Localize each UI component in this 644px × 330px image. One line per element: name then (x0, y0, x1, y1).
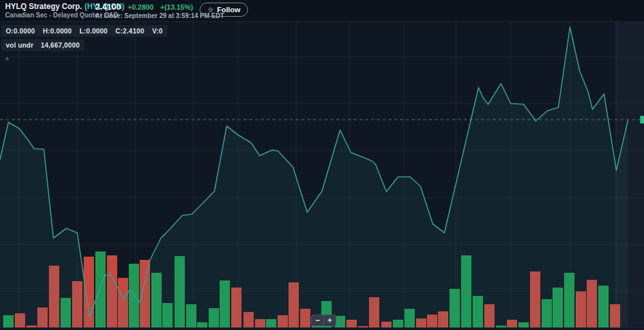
price-change-percent: +(13.15%) (160, 3, 193, 11)
follow-button[interactable]: ☆ Follow (200, 3, 248, 17)
price-change: +0.2800 (128, 3, 153, 11)
follow-label: Follow (217, 6, 240, 14)
chart-canvas[interactable] (0, 0, 644, 330)
chart-zoom-control: − + (311, 315, 336, 326)
star-icon: ☆ (207, 6, 214, 14)
quote-header: HYLQ Strategy Corp.(HYLQ.CN) Canadian Se… (0, 0, 644, 22)
vol-undr-label: vol undr (6, 41, 33, 49)
ohlc-high: H:0.0000 (43, 27, 72, 35)
ohlc-close: C:2.4100 (115, 27, 144, 35)
company-name: HYLQ Strategy Corp. (5, 2, 82, 11)
price-area-fill (0, 27, 628, 327)
ohlc-open: O:0.0000 (6, 27, 35, 35)
vol-undr-value: 14,667,0000 (41, 41, 80, 49)
zoom-out-button[interactable]: − (312, 315, 323, 325)
volume-underlay-row: vol undr 14,667,0000 (1, 39, 84, 51)
trading-chart-window: HYLQ Strategy Corp.(HYLQ.CN) Canadian Se… (0, 0, 644, 330)
ohlc-volume: V:0 (152, 27, 162, 35)
last-price-marker (640, 116, 644, 124)
last-price: 2.4100 (95, 2, 121, 12)
zoom-in-button[interactable]: + (324, 315, 336, 325)
collapse-chevron-icon[interactable]: ˄ (3, 55, 12, 64)
ohlc-row: O:0.0000 H:0.0000 L:0.0000 C:2.4100 V:0 (1, 25, 167, 37)
ohlc-low: L:0.0000 (79, 27, 108, 35)
